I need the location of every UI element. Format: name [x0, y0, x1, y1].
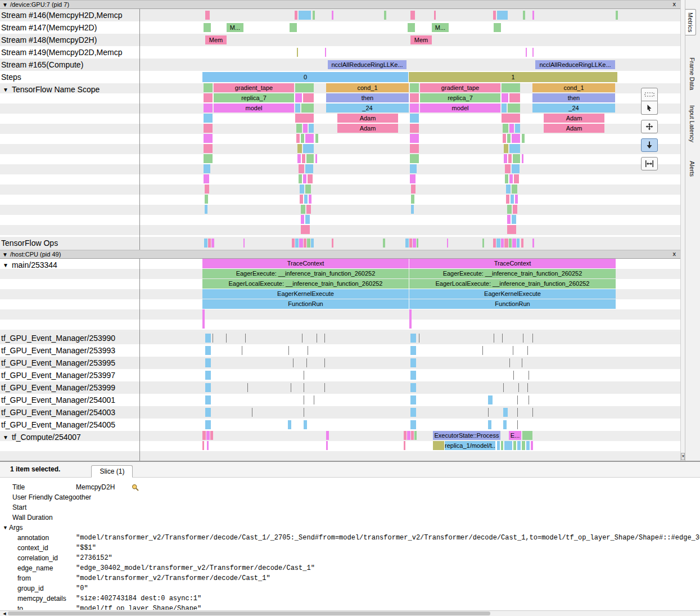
trace-slice[interactable]: 0 — [202, 72, 408, 82]
trace-slice[interactable] — [513, 205, 517, 214]
trace-slice[interactable] — [306, 358, 307, 367]
trace-slice[interactable] — [504, 239, 508, 248]
zoom-tool-button[interactable] — [641, 138, 658, 152]
trace-slice[interactable] — [301, 205, 305, 214]
trace-slice[interactable] — [410, 395, 416, 404]
trace-slice[interactable] — [493, 11, 496, 20]
trace-slice[interactable] — [205, 371, 211, 380]
trace-slice[interactable] — [522, 154, 523, 163]
trace-slice[interactable] — [512, 164, 520, 173]
trace-slice[interactable] — [447, 239, 448, 248]
trace-slice[interactable] — [204, 134, 213, 143]
trace-slice[interactable] — [503, 383, 504, 392]
trace-slice[interactable] — [301, 215, 304, 224]
trace-slice[interactable] — [288, 346, 289, 355]
trace-slice[interactable] — [314, 395, 314, 404]
trace-slice[interactable] — [305, 134, 314, 143]
trace-slice[interactable] — [204, 23, 211, 32]
trace-slice[interactable] — [407, 431, 410, 440]
trace-slice[interactable] — [522, 358, 522, 367]
trace-slice[interactable] — [299, 11, 311, 20]
track-label-tf-compute-254007[interactable]: ▼tf_Compute/254007 — [0, 431, 139, 443]
trace-slice[interactable] — [410, 83, 419, 92]
trace-slice[interactable] — [295, 11, 297, 20]
trace-slice[interactable] — [410, 164, 417, 173]
trace-slice[interactable] — [205, 346, 211, 355]
trace-slice[interactable]: Adam — [544, 114, 604, 123]
trace-slice[interactable] — [505, 174, 508, 183]
trace-slice[interactable]: Mem — [410, 35, 432, 44]
trace-slice[interactable] — [204, 93, 213, 102]
trace-slice[interactable]: ExecutorState::Process — [433, 431, 500, 440]
trace-slice[interactable] — [295, 104, 300, 113]
track-label-tf-name-scope[interactable]: ▼TensorFlow Name Scope — [0, 83, 139, 96]
trace-slice[interactable] — [501, 441, 503, 450]
trace-slice[interactable] — [297, 144, 302, 153]
trace-slice[interactable] — [512, 215, 516, 224]
horizontal-scroll-thumb[interactable] — [8, 611, 490, 615]
trace-slice[interactable] — [315, 134, 318, 143]
trace-slice[interactable] — [204, 154, 213, 163]
close-gpu-section-button[interactable]: x — [673, 1, 676, 7]
trace-slice[interactable] — [311, 239, 314, 248]
trace-slice[interactable] — [512, 239, 516, 248]
trace-slice[interactable] — [522, 441, 525, 450]
trace-slice[interactable] — [404, 431, 407, 440]
trace-slice[interactable] — [313, 11, 315, 20]
trace-slice[interactable] — [326, 441, 328, 450]
trace-slice[interactable] — [503, 124, 508, 133]
trace-slice[interactable] — [325, 48, 326, 57]
trace-slice[interactable] — [304, 395, 304, 404]
trace-slice[interactable]: EagerKernelExecute — [202, 289, 409, 299]
trace-slice[interactable] — [332, 239, 333, 248]
trace-slice[interactable] — [502, 334, 503, 343]
trace-slice[interactable] — [305, 164, 313, 173]
trace-slice[interactable]: FunctionRun — [202, 299, 409, 309]
trace-slice[interactable] — [504, 154, 507, 163]
trace-slice[interactable] — [488, 420, 491, 429]
trace-slice[interactable]: _24 — [326, 104, 409, 113]
trace-slice[interactable] — [506, 185, 511, 194]
trace-slice[interactable] — [509, 174, 513, 183]
trace-slice[interactable] — [513, 441, 516, 450]
tab-slice[interactable]: Slice (1) — [91, 465, 133, 478]
trace-slice[interactable] — [204, 104, 213, 113]
trace-slice[interactable] — [523, 334, 523, 343]
horizontal-scrollbar[interactable]: ◀ — [0, 610, 700, 616]
trace-slice[interactable] — [213, 334, 213, 343]
trace-slice[interactable]: TraceContext — [202, 259, 409, 268]
trace-slice[interactable] — [300, 185, 304, 194]
trace-slice[interactable] — [507, 205, 512, 214]
trace-slice[interactable] — [292, 239, 295, 248]
trace-slice[interactable] — [518, 383, 519, 392]
trace-slice[interactable] — [493, 239, 496, 248]
trace-slice[interactable] — [309, 124, 314, 133]
trace-slice[interactable] — [494, 334, 494, 343]
trace-slice[interactable] — [301, 225, 310, 234]
args-header[interactable]: ▼Args — [0, 523, 700, 533]
trace-slice[interactable] — [482, 346, 483, 355]
trace-slice[interactable] — [512, 134, 520, 143]
trace-slice[interactable] — [502, 114, 520, 123]
trace-slice[interactable] — [411, 431, 414, 440]
trace-slice[interactable] — [243, 239, 245, 248]
trace-slice[interactable] — [504, 441, 512, 450]
trace-slice[interactable] — [526, 441, 530, 450]
trace-slice[interactable] — [529, 371, 529, 380]
trace-slice[interactable] — [532, 48, 534, 57]
timing-tool-button[interactable] — [641, 157, 658, 170]
trace-slice[interactable] — [506, 195, 509, 204]
trace-slice[interactable] — [210, 431, 213, 440]
trace-slice[interactable] — [297, 48, 298, 57]
trace-slice[interactable]: replica_7 — [214, 93, 294, 102]
trace-slice[interactable] — [410, 334, 416, 343]
trace-slice[interactable] — [204, 83, 213, 92]
trace-slice[interactable] — [410, 408, 416, 417]
trace-slice[interactable] — [205, 11, 210, 20]
trace-slice[interactable] — [309, 195, 311, 204]
trace-slice[interactable]: gradient_tape — [420, 83, 500, 92]
trace-slice[interactable] — [404, 441, 405, 450]
trace-slice[interactable] — [295, 239, 299, 248]
trace-slice[interactable] — [419, 334, 419, 343]
trace-slice[interactable] — [302, 154, 305, 163]
